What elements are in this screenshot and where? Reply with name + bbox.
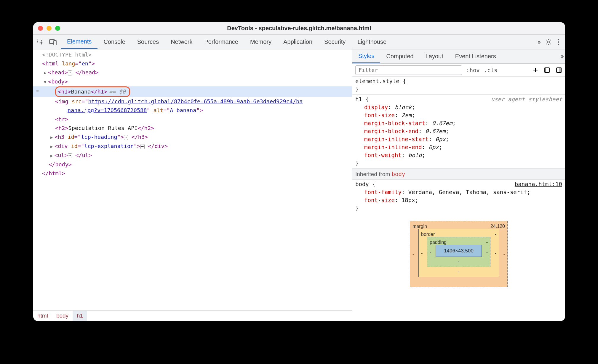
- h1-rule[interactable]: h1 { user agent stylesheet display: bloc…: [352, 95, 565, 169]
- user-agent-label: user agent stylesheet: [491, 95, 562, 103]
- chevron-right-icon[interactable]: [50, 151, 55, 160]
- svg-point-5: [558, 41, 559, 42]
- inspect-element-icon[interactable]: [36, 38, 45, 46]
- chevron-down-icon[interactable]: [44, 78, 48, 86]
- computed-styles-sidebar-icon[interactable]: [544, 67, 550, 73]
- sub-tabbar: Styles Computed Layout Event Listeners ›…: [352, 49, 565, 64]
- window-titlebar: DevTools - speculative-rules.glitch.me/b…: [33, 22, 565, 35]
- hr-node[interactable]: <hr>: [33, 115, 352, 124]
- tab-sources[interactable]: Sources: [131, 35, 165, 49]
- content-size: 1496×43.500: [436, 245, 482, 257]
- body-close-node[interactable]: </body>: [33, 160, 352, 169]
- tab-lighthouse[interactable]: Lighthouse: [351, 35, 392, 49]
- tab-memory[interactable]: Memory: [244, 35, 277, 49]
- main-tabbar: Elements Console Sources Network Perform…: [33, 35, 565, 49]
- inherited-from-bar: Inherited from body: [352, 169, 565, 180]
- ellipsis-icon[interactable]: ⋯: [68, 70, 72, 75]
- cls-button[interactable]: .cls: [484, 67, 498, 73]
- html-open-node[interactable]: <html lang="en">: [33, 59, 352, 68]
- chevron-right-icon[interactable]: [44, 68, 48, 77]
- crumb-body[interactable]: body: [52, 311, 73, 321]
- h3-node[interactable]: <h3 id="lcp-heading">⋯ </h3>: [33, 133, 352, 142]
- styles-panel: Styles Computed Layout Event Listeners ›…: [352, 49, 565, 321]
- body-open-node[interactable]: <body>: [33, 77, 352, 86]
- svg-rect-2: [54, 41, 56, 45]
- traffic-lights: [38, 26, 60, 31]
- ul-node[interactable]: <ul>⋯ </ul>: [33, 151, 352, 160]
- styles-toolbar: :hov .cls: [352, 64, 565, 77]
- html-close-node[interactable]: </html>: [33, 169, 352, 178]
- close-window-button[interactable]: [38, 26, 43, 31]
- box-model[interactable]: margin 24.120 - - border - - - padding: [352, 214, 565, 287]
- window-title: DevTools - speculative-rules.glitch.me/b…: [33, 25, 565, 32]
- div-node[interactable]: <div id="lcp-explanation">⋯ </div>: [33, 142, 352, 151]
- tab-console[interactable]: Console: [97, 35, 131, 49]
- img-node[interactable]: <img src="https://cdn.glitch.global/87b4…: [33, 97, 352, 106]
- subtab-computed[interactable]: Computed: [380, 49, 419, 63]
- ellipsis-icon[interactable]: ⋯: [124, 135, 128, 140]
- chevron-right-icon[interactable]: [50, 133, 55, 142]
- crumb-html[interactable]: html: [33, 311, 52, 321]
- dom-tree[interactable]: <!DOCTYPE html> <html lang="en"> <head>⋯…: [33, 49, 352, 310]
- hov-button[interactable]: :hov: [466, 67, 480, 73]
- svg-rect-10: [559, 68, 561, 73]
- styles-filter-input[interactable]: [355, 65, 462, 75]
- new-style-rule-icon[interactable]: [533, 67, 538, 73]
- svg-point-4: [558, 39, 559, 40]
- svg-point-6: [558, 44, 559, 45]
- padding-label: padding: [430, 238, 447, 246]
- head-node[interactable]: <head>⋯ </head>: [33, 68, 352, 77]
- doctype-node[interactable]: <!DOCTYPE html>: [42, 51, 92, 58]
- tab-elements[interactable]: Elements: [61, 35, 97, 49]
- devtools-window: DevTools - speculative-rules.glitch.me/b…: [33, 22, 565, 321]
- body-rule[interactable]: body { banana.html:10 font-family: Verda…: [352, 180, 565, 214]
- img-node-cont[interactable]: nana.jpg?v=1705668720588" alt="A banana"…: [33, 106, 352, 115]
- toggle-device-toolbar-icon[interactable]: [49, 38, 57, 46]
- styles-rules: element.style { } h1 { user agent styles…: [352, 77, 565, 321]
- minimize-window-button[interactable]: [47, 26, 52, 31]
- subtab-styles[interactable]: Styles: [352, 49, 380, 63]
- chevron-right-icon[interactable]: [50, 142, 55, 151]
- settings-icon[interactable]: [545, 38, 552, 46]
- zoom-window-button[interactable]: [55, 26, 60, 31]
- h1-node-selected[interactable]: ⋯ <h1>Banana</h1>== $0: [33, 86, 352, 97]
- ellipsis-icon[interactable]: ⋯: [140, 144, 145, 149]
- tab-network[interactable]: Network: [165, 35, 198, 49]
- toggle-rendering-panel-icon[interactable]: [556, 67, 562, 73]
- svg-rect-8: [545, 68, 546, 73]
- more-tabs-icon[interactable]: ››: [538, 38, 540, 46]
- element-style-rule[interactable]: element.style { }: [352, 77, 565, 95]
- subtab-layout[interactable]: Layout: [420, 49, 449, 63]
- more-subtabs-icon[interactable]: ››: [561, 53, 563, 60]
- breadcrumbs: html body h1: [33, 310, 352, 321]
- ellipsis-icon[interactable]: ⋯: [68, 153, 72, 158]
- crumb-h1[interactable]: h1: [73, 311, 87, 321]
- kebab-menu-icon[interactable]: [557, 39, 560, 45]
- elements-panel: <!DOCTYPE html> <html lang="en"> <head>⋯…: [33, 49, 352, 321]
- main-tabs: Elements Console Sources Network Perform…: [61, 35, 392, 49]
- selected-row-menu-icon[interactable]: ⋯: [36, 86, 40, 95]
- tab-application[interactable]: Application: [277, 35, 318, 49]
- subtab-event-listeners[interactable]: Event Listeners: [449, 49, 502, 63]
- tab-performance[interactable]: Performance: [199, 35, 244, 49]
- svg-point-3: [548, 41, 549, 43]
- source-link[interactable]: banana.html:10: [515, 180, 562, 188]
- tab-security[interactable]: Security: [318, 35, 351, 49]
- h2-node[interactable]: <h2>Speculation Rules API</h2>: [33, 124, 352, 133]
